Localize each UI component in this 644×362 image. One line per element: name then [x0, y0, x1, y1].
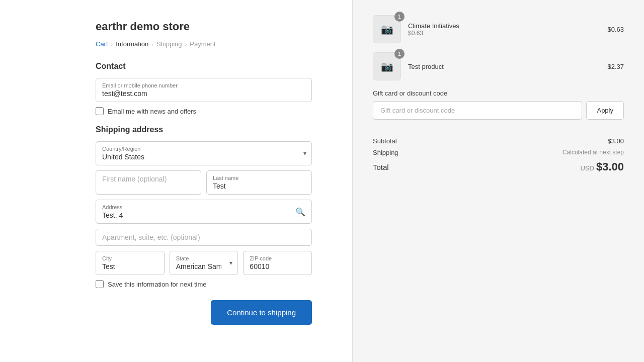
- continue-to-shipping-button[interactable]: Continue to shipping: [211, 300, 312, 325]
- email-label: Email or mobile phone number: [102, 82, 305, 88]
- country-label: Country/Region: [102, 146, 305, 152]
- state-label: State: [176, 255, 232, 261]
- city-input[interactable]: [102, 262, 158, 270]
- discount-input[interactable]: [373, 101, 582, 120]
- discount-row: Apply: [373, 101, 624, 120]
- zip-label: ZIP code: [250, 255, 305, 261]
- total-amount: USD$3.00: [580, 160, 624, 173]
- sep1: ›: [111, 41, 113, 47]
- city-state-zip-row: City State American Samoa ▾ ZIP code: [96, 251, 312, 275]
- country-group: Country/Region United States ▾: [96, 141, 312, 165]
- item-1-info: Climate Initiatives $0.63: [408, 22, 600, 37]
- subtotal-label: Subtotal: [373, 137, 397, 145]
- item-2-info: Test product: [408, 63, 600, 70]
- apartment-wrapper: [96, 229, 312, 246]
- item-1-name: Climate Initiatives: [408, 22, 600, 30]
- totals-section: Subtotal $3.00 Shipping Calculated at ne…: [373, 130, 624, 173]
- shipping-label: Shipping: [373, 149, 398, 156]
- last-name-label: Last name: [213, 175, 305, 181]
- apply-button[interactable]: Apply: [586, 101, 624, 120]
- order-item-2: 📷 1 Test product $2.37: [373, 52, 624, 80]
- first-name-wrapper: [96, 170, 201, 195]
- shipping-value: Calculated at next step: [562, 149, 624, 156]
- last-name-wrapper: Last name: [206, 170, 312, 195]
- item-1-image: 📷 1: [373, 15, 401, 43]
- address-group: Address 🔍: [96, 200, 312, 224]
- address-input[interactable]: [102, 211, 305, 219]
- email-input-wrapper: Email or mobile phone number: [96, 78, 312, 102]
- zip-wrap: ZIP code: [243, 251, 312, 275]
- total-label: Total: [373, 163, 389, 171]
- item-2-price: $2.37: [607, 63, 624, 70]
- subtotal-row: Subtotal $3.00: [373, 137, 624, 145]
- name-row: Last name: [96, 170, 312, 195]
- order-item-1: 📷 1 Climate Initiatives $0.63 $0.63: [373, 15, 624, 43]
- zip-wrapper: ZIP code: [243, 251, 312, 275]
- save-info-row: Save this information for next time: [96, 280, 312, 288]
- address-wrapper: Address 🔍: [96, 200, 312, 224]
- grand-total-row: Total USD$3.00: [373, 160, 624, 173]
- zip-input[interactable]: [250, 262, 305, 270]
- store-title: earthr demo store: [96, 20, 312, 33]
- sep3: ›: [185, 41, 187, 47]
- newsletter-label: Email me with news and offers: [108, 108, 196, 115]
- sep2: ›: [151, 41, 153, 47]
- item-2-name: Test product: [408, 63, 600, 70]
- item-1-badge: 1: [394, 12, 405, 22]
- newsletter-checkbox[interactable]: [96, 107, 104, 115]
- save-info-checkbox[interactable]: [96, 280, 104, 288]
- discount-label: Gift card or discount code: [373, 89, 624, 97]
- breadcrumb-cart[interactable]: Cart: [96, 40, 108, 48]
- email-group: Email or mobile phone number: [96, 78, 312, 102]
- city-label: City: [102, 255, 158, 261]
- camera-icon-2: 📷: [381, 60, 393, 72]
- shipping-row: Shipping Calculated at next step: [373, 149, 624, 156]
- state-select[interactable]: American Samoa: [176, 262, 232, 270]
- right-panel: 📷 1 Climate Initiatives $0.63 $0.63 📷 1 …: [352, 0, 644, 362]
- apartment-input[interactable]: [102, 233, 305, 241]
- breadcrumb-information: Information: [116, 40, 148, 48]
- item-2-badge: 1: [394, 49, 405, 59]
- country-select-wrapper: Country/Region United States ▾: [96, 141, 312, 165]
- apartment-group: [96, 229, 312, 246]
- email-input[interactable]: [102, 89, 305, 98]
- total-value: $3.00: [596, 160, 624, 173]
- item-1-sub-price: $0.63: [408, 30, 600, 37]
- camera-icon-1: 📷: [381, 23, 393, 35]
- save-info-label: Save this information for next time: [108, 281, 207, 288]
- shipping-address-title: Shipping address: [96, 125, 312, 134]
- breadcrumb-payment: Payment: [190, 40, 215, 48]
- city-wrap: City: [96, 251, 165, 275]
- contact-section-title: Contact: [96, 62, 312, 71]
- subtotal-value: $3.00: [607, 137, 624, 145]
- first-name-input[interactable]: [102, 175, 195, 183]
- state-wrap: State American Samoa ▾: [170, 251, 238, 275]
- left-panel: earthr demo store Cart › Information › S…: [0, 0, 352, 362]
- search-icon: 🔍: [295, 207, 305, 217]
- country-select[interactable]: United States: [102, 153, 305, 161]
- city-wrapper: City: [96, 251, 165, 275]
- breadcrumb-shipping: Shipping: [156, 40, 182, 48]
- discount-section: Gift card or discount code Apply: [373, 89, 624, 120]
- total-currency: USD: [580, 164, 594, 172]
- newsletter-row: Email me with news and offers: [96, 107, 312, 115]
- item-2-image: 📷 1: [373, 52, 401, 80]
- item-1-price: $0.63: [607, 26, 624, 33]
- state-select-wrapper: State American Samoa ▾: [170, 251, 238, 275]
- breadcrumb: Cart › Information › Shipping › Payment: [96, 40, 312, 48]
- address-label: Address: [102, 204, 305, 210]
- last-name-input[interactable]: [213, 182, 305, 190]
